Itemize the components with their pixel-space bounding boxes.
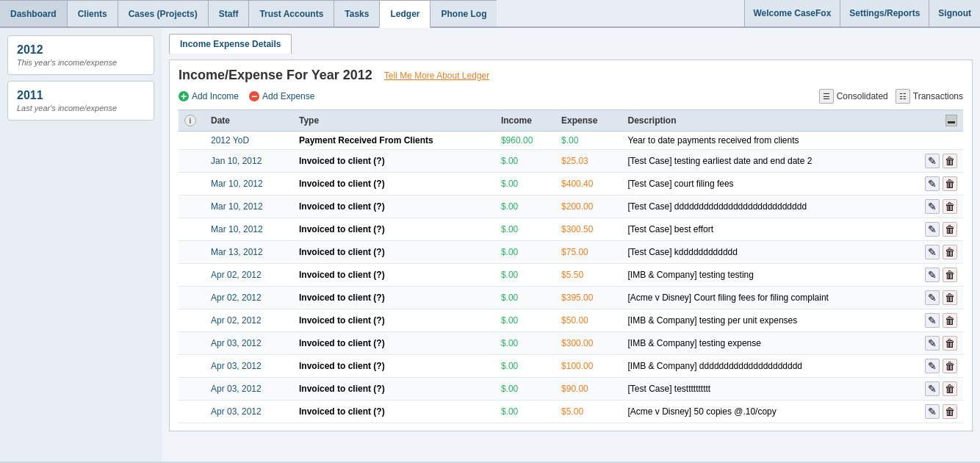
welcome-item: Welcome CaseFox bbox=[744, 0, 840, 26]
row-action-icons: ✎ 🗑 bbox=[922, 222, 957, 237]
row-expense: $300.00 bbox=[555, 332, 621, 355]
date-link[interactable]: Jan 10, 2012 bbox=[211, 156, 262, 166]
delete-icon[interactable]: 🗑 bbox=[943, 336, 957, 351]
date-link[interactable]: Apr 02, 2012 bbox=[211, 315, 262, 326]
edit-icon[interactable]: ✎ bbox=[925, 404, 940, 419]
row-date[interactable]: Jan 10, 2012 bbox=[205, 150, 293, 173]
date-link[interactable]: Apr 03, 2012 bbox=[211, 338, 262, 348]
sidebar-year-2011[interactable]: 2011 Last year's income/expense bbox=[7, 81, 154, 121]
row-action-icons: ✎ 🗑 bbox=[922, 245, 957, 259]
date-link[interactable]: Apr 03, 2012 bbox=[211, 406, 262, 417]
row-info-cell bbox=[179, 332, 205, 355]
nav-tab-staff[interactable]: Staff bbox=[208, 0, 249, 26]
row-action-icons: ✎ 🗑 bbox=[922, 154, 957, 168]
edit-icon[interactable]: ✎ bbox=[925, 268, 940, 282]
nav-tab-trust[interactable]: Trust Accounts bbox=[248, 0, 334, 26]
delete-icon[interactable]: 🗑 bbox=[943, 176, 957, 191]
edit-icon[interactable]: ✎ bbox=[925, 245, 940, 259]
transactions-view-button[interactable]: ☷ Transactions bbox=[896, 89, 963, 104]
row-date[interactable]: Mar 10, 2012 bbox=[205, 195, 293, 218]
delete-icon[interactable]: 🗑 bbox=[943, 268, 957, 282]
row-date[interactable]: Apr 02, 2012 bbox=[205, 264, 293, 287]
delete-icon[interactable]: 🗑 bbox=[943, 222, 957, 237]
plus-icon: + bbox=[179, 91, 189, 101]
row-income: $.00 bbox=[495, 355, 555, 378]
row-income: $.00 bbox=[495, 309, 555, 332]
edit-icon[interactable]: ✎ bbox=[925, 199, 940, 214]
row-income: $.00 bbox=[495, 401, 555, 423]
date-link[interactable]: Apr 03, 2012 bbox=[211, 361, 262, 371]
nav-tab-dashboard[interactable]: Dashboard bbox=[0, 0, 67, 26]
page-title: Income/Expense For Year 2012 bbox=[179, 68, 372, 83]
row-action-icons: ✎ 🗑 bbox=[922, 359, 957, 373]
edit-icon[interactable]: ✎ bbox=[925, 381, 940, 396]
col-header-date: Date bbox=[205, 110, 293, 132]
row-date[interactable]: Mar 13, 2012 bbox=[205, 241, 293, 264]
delete-icon[interactable]: 🗑 bbox=[943, 290, 957, 305]
collapse-icon[interactable]: ▬ bbox=[945, 115, 957, 126]
row-income: $.00 bbox=[495, 241, 555, 264]
edit-icon[interactable]: ✎ bbox=[925, 176, 940, 191]
row-expense: $50.00 bbox=[555, 309, 621, 332]
info-icon[interactable]: i bbox=[184, 115, 196, 126]
nav-tab-phonelog[interactable]: Phone Log bbox=[430, 0, 497, 26]
tell-more-link[interactable]: Tell Me More About Ledger bbox=[384, 71, 489, 81]
signout-item[interactable]: Signout bbox=[929, 0, 980, 26]
row-type-text: Invoiced to client (?) bbox=[299, 406, 385, 417]
row-date[interactable]: Apr 03, 2012 bbox=[205, 355, 293, 378]
date-link[interactable]: Apr 02, 2012 bbox=[211, 292, 262, 303]
row-description: [Acme v Disney] Court filing fees for fi… bbox=[622, 287, 917, 309]
delete-icon[interactable]: 🗑 bbox=[943, 404, 957, 419]
income-value: $960.00 bbox=[501, 135, 533, 146]
sidebar-year-2012[interactable]: 2012 This year's income/expense bbox=[7, 35, 154, 75]
income-value: $.00 bbox=[501, 270, 518, 280]
settings-reports-item[interactable]: Settings/Reports bbox=[840, 0, 929, 26]
row-expense: $300.50 bbox=[555, 218, 621, 241]
row-info-cell bbox=[179, 218, 205, 241]
row-date[interactable]: Apr 03, 2012 bbox=[205, 378, 293, 401]
row-actions: ✎ 🗑 bbox=[916, 287, 963, 309]
edit-icon[interactable]: ✎ bbox=[925, 336, 940, 351]
nav-tab-cases[interactable]: Cases (Projects) bbox=[118, 0, 208, 26]
row-type-text: Invoiced to client (?) bbox=[299, 201, 385, 212]
delete-icon[interactable]: 🗑 bbox=[943, 313, 957, 328]
edit-icon[interactable]: ✎ bbox=[925, 313, 940, 328]
row-date[interactable]: Mar 10, 2012 bbox=[205, 218, 293, 241]
date-link[interactable]: Apr 03, 2012 bbox=[211, 384, 262, 394]
consolidated-view-button[interactable]: ☰ Consolidated bbox=[819, 89, 888, 104]
row-action-icons: ✎ 🗑 bbox=[922, 404, 957, 419]
row-date[interactable]: Apr 02, 2012 bbox=[205, 287, 293, 309]
income-expense-tab[interactable]: Income Expense Details bbox=[169, 34, 292, 54]
delete-icon[interactable]: 🗑 bbox=[943, 359, 957, 373]
expense-value: $100.00 bbox=[561, 361, 593, 371]
row-date[interactable]: Apr 02, 2012 bbox=[205, 309, 293, 332]
date-yod[interactable]: 2012 YoD bbox=[211, 135, 249, 146]
delete-icon[interactable]: 🗑 bbox=[943, 245, 957, 259]
delete-icon[interactable]: 🗑 bbox=[943, 381, 957, 396]
add-income-button[interactable]: + Add Income bbox=[179, 91, 239, 101]
date-link[interactable]: Mar 13, 2012 bbox=[211, 247, 263, 257]
nav-tab-clients[interactable]: Clients bbox=[67, 0, 118, 26]
row-expense: $395.00 bbox=[555, 287, 621, 309]
nav-tab-tasks[interactable]: Tasks bbox=[334, 0, 379, 26]
date-link[interactable]: Mar 10, 2012 bbox=[211, 201, 263, 212]
edit-icon[interactable]: ✎ bbox=[925, 359, 940, 373]
main-layout: 2012 This year's income/expense 2011 Las… bbox=[0, 28, 980, 462]
edit-icon[interactable]: ✎ bbox=[925, 290, 940, 305]
delete-icon[interactable]: 🗑 bbox=[943, 154, 957, 168]
row-date[interactable]: Mar 10, 2012 bbox=[205, 173, 293, 195]
row-date[interactable]: Apr 03, 2012 bbox=[205, 401, 293, 423]
edit-icon[interactable]: ✎ bbox=[925, 154, 940, 168]
edit-icon[interactable]: ✎ bbox=[925, 222, 940, 237]
add-expense-button[interactable]: − Add Expense bbox=[249, 91, 314, 101]
date-link[interactable]: Mar 10, 2012 bbox=[211, 179, 263, 189]
date-link[interactable]: Apr 02, 2012 bbox=[211, 270, 262, 280]
delete-icon[interactable]: 🗑 bbox=[943, 199, 957, 214]
nav-tab-ledger[interactable]: Ledger bbox=[379, 0, 430, 28]
row-type-text: Invoiced to client (?) bbox=[299, 156, 385, 166]
row-actions: ✎ 🗑 bbox=[916, 378, 963, 401]
date-link[interactable]: Mar 10, 2012 bbox=[211, 224, 263, 234]
row-description: [Acme v Disney] 50 copies @.10/copy bbox=[622, 401, 917, 423]
col-header-income: Income bbox=[495, 110, 555, 132]
row-date[interactable]: Apr 03, 2012 bbox=[205, 332, 293, 355]
